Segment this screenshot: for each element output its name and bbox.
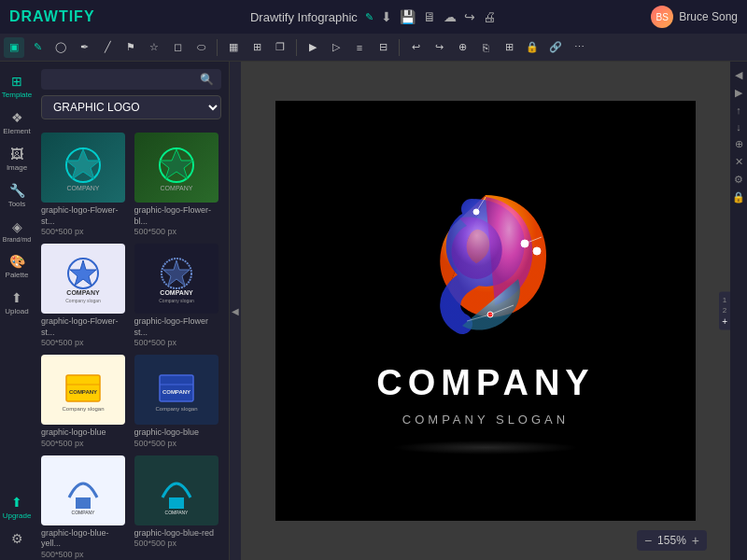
draw-tool[interactable]: ✎: [27, 37, 48, 58]
ellipse-tool[interactable]: ⬭: [190, 37, 211, 58]
logo-svg: [392, 167, 579, 354]
svg-point-45: [533, 247, 541, 255]
rp-icon-4[interactable]: ↓: [736, 121, 741, 133]
rp-icon-8[interactable]: 🔒: [732, 191, 745, 203]
template-info: graphic-logo-blue 500*500 px: [134, 427, 222, 449]
document-title-area: Drawtify Infographic ✎ ⬇ 💾 🖥 ☁ ↪ 🖨: [250, 9, 496, 24]
star-tool[interactable]: ☆: [144, 37, 164, 58]
svg-text:Company slogan: Company slogan: [62, 406, 104, 412]
nav-settings[interactable]: ⚙: [2, 526, 32, 553]
list-item[interactable]: COMPANY graphic-logo-Flower-bl... 500*50…: [134, 133, 222, 238]
paste-tool[interactable]: ⎘: [475, 37, 496, 58]
save-icon[interactable]: 💾: [400, 9, 416, 24]
copy-tool[interactable]: ⊕: [452, 37, 472, 58]
nav-element[interactable]: ❖ Element: [2, 105, 32, 140]
rp-icon-1[interactable]: ◀: [735, 69, 742, 81]
category-select[interactable]: GRAPHIC LOGO: [41, 95, 221, 119]
svg-text:Company slogan: Company slogan: [65, 298, 101, 303]
list-item[interactable]: COMPANY graphic-logo-Flower-st... 500*50…: [41, 133, 129, 238]
palette-icon: 🎨: [9, 254, 25, 269]
extra-tool[interactable]: ⋯: [569, 37, 589, 58]
upload-icon: ⬆: [11, 290, 22, 305]
video-tool[interactable]: ▶: [303, 37, 323, 58]
search-icon: 🔍: [200, 73, 214, 86]
collapse-icon: ◀: [232, 306, 239, 316]
flag-tool[interactable]: ⚑: [120, 37, 141, 58]
svg-rect-18: [160, 375, 193, 401]
cloud-icon[interactable]: ☁: [444, 9, 457, 24]
play-tool[interactable]: ▷: [326, 37, 346, 58]
chart-tool[interactable]: ❐: [270, 37, 290, 58]
list-item[interactable]: COMPANY graphic-logo-blue-red 500*500 px: [134, 455, 222, 561]
template-panel: 🔍 GRAPHIC LOGO COMPANY graphic-logo-Flow…: [34, 62, 230, 560]
svg-text:COMPANY: COMPANY: [66, 289, 100, 296]
image-icon: 🖼: [10, 147, 23, 161]
avatar: BS: [651, 6, 673, 28]
panel-header: 🔍 GRAPHIC LOGO: [34, 62, 229, 127]
document-title: Drawtify Infographic: [250, 10, 358, 24]
nav-tools[interactable]: 🔧 Tools: [2, 178, 32, 213]
table-tool[interactable]: ⊞: [247, 37, 267, 58]
search-input[interactable]: [49, 73, 194, 86]
nav-brand[interactable]: ◈ Brand/md: [2, 215, 32, 247]
svg-text:Company slogan: Company slogan: [159, 298, 194, 303]
logo-t: T: [59, 8, 69, 24]
template-info: graphic-logo-blue-yell... 500*500 px: [41, 528, 129, 561]
secondary-toolbar: ▣ ✎ ◯ ✒ ╱ ⚑ ☆ ◻ ⬭ ▦ ⊞ ❐ ▶ ▷ ≡ ⊟ ↩ ↪ ⊕ ⎘ …: [0, 34, 747, 62]
select-tool[interactable]: ▣: [4, 37, 24, 58]
lock-tool[interactable]: 🔒: [522, 37, 543, 58]
print-icon[interactable]: 🖨: [483, 9, 496, 24]
layer-tool[interactable]: ≡: [349, 37, 370, 58]
rp-icon-3[interactable]: ↑: [736, 105, 741, 116]
svg-marker-11: [163, 260, 190, 286]
align-tool[interactable]: ⊟: [373, 37, 393, 58]
rect-tool[interactable]: ◻: [167, 37, 188, 58]
edit-title-icon[interactable]: ✎: [365, 11, 374, 23]
app-logo: DRAWTIFY: [9, 8, 95, 25]
circle-tool[interactable]: ◯: [50, 37, 71, 58]
svg-text:COMPANY: COMPANY: [72, 510, 96, 515]
nav-upload[interactable]: ⬆ Upload: [2, 286, 32, 320]
link-tool[interactable]: 🔗: [545, 37, 566, 58]
list-item[interactable]: COMPANYCompany slogan graphic-logo-blue …: [134, 355, 222, 449]
nav-upgrade[interactable]: ⬆ Upgrade: [2, 490, 32, 525]
group-tool[interactable]: ⊞: [499, 37, 519, 58]
svg-rect-24: [169, 497, 184, 509]
svg-text:COMPANY: COMPANY: [69, 389, 97, 395]
user-info[interactable]: BS Bruce Song: [651, 6, 738, 28]
list-item[interactable]: COMPANYCompany slogan graphic-logo-Flowe…: [41, 244, 129, 349]
rp-icon-5[interactable]: ⊕: [735, 138, 743, 150]
redo-tool[interactable]: ↪: [429, 37, 449, 58]
nav-palette[interactable]: 🎨 Palette: [2, 249, 32, 284]
template-info: graphic-logo-Flower-st... 500*500 px: [41, 205, 129, 238]
toolbar-divider-1: [217, 39, 218, 56]
logo-draw: DRAW: [9, 8, 59, 24]
svg-rect-22: [76, 497, 91, 509]
rp-icon-6[interactable]: ✕: [735, 156, 743, 168]
rp-icon-7[interactable]: ⚙: [734, 174, 743, 186]
download-icon[interactable]: ⬇: [381, 9, 392, 24]
panel-collapse-btn[interactable]: ◀: [230, 62, 241, 560]
zoom-in-btn[interactable]: +: [692, 533, 699, 548]
list-item[interactable]: COMPANYCompany slogan graphic-logo-Flowe…: [134, 244, 222, 349]
logo-ify: IFY: [69, 8, 95, 24]
svg-text:COMPANY: COMPANY: [67, 185, 100, 191]
svg-text:Company slogan: Company slogan: [155, 406, 197, 412]
svg-text:COMPANY: COMPANY: [160, 289, 193, 296]
line-tool[interactable]: ╱: [97, 37, 118, 58]
grid-tool[interactable]: ▦: [223, 37, 244, 58]
pen-tool[interactable]: ✒: [74, 37, 94, 58]
screen-icon[interactable]: 🖥: [423, 9, 436, 24]
template-info: graphic-logo-blue 500*500 px: [41, 427, 129, 449]
undo-tool[interactable]: ↩: [405, 37, 426, 58]
svg-text:COMPANY: COMPANY: [164, 510, 189, 515]
nav-image[interactable]: 🖼 Image: [2, 142, 32, 176]
nav-template[interactable]: ⊞ Template: [2, 69, 32, 104]
list-item[interactable]: COMPANY graphic-logo-blue-yell... 500*50…: [41, 455, 129, 561]
list-item[interactable]: COMPANYCompany slogan graphic-logo-blue …: [41, 355, 129, 449]
shadow-decoration: [392, 441, 579, 455]
rp-icon-2[interactable]: ▶: [735, 87, 742, 99]
zoom-out-btn[interactable]: −: [644, 533, 652, 548]
share-icon[interactable]: ↪: [464, 9, 475, 24]
canvas[interactable]: COMPANY COMPANY SLOGAN: [275, 101, 696, 521]
